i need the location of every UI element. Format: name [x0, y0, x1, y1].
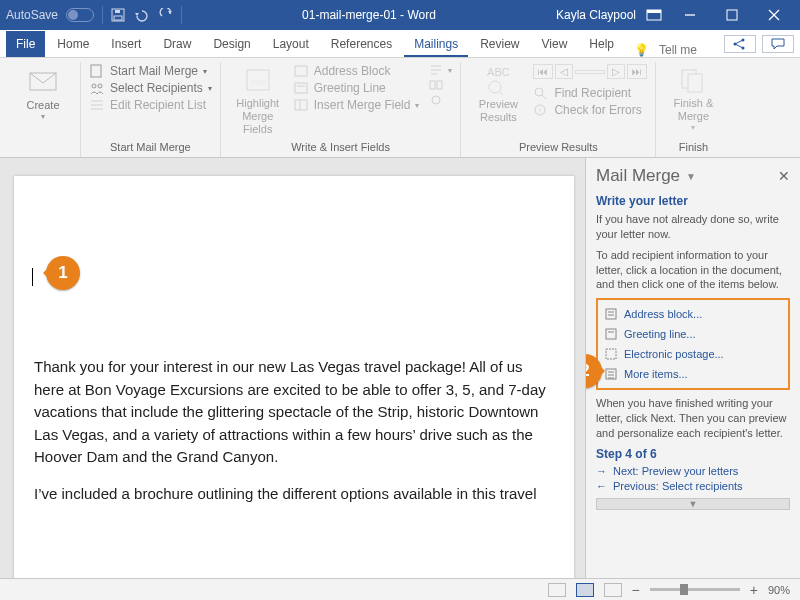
magnify-icon — [485, 79, 511, 95]
paragraph-1[interactable]: Thank you for your interest in our new L… — [34, 356, 554, 469]
svg-text:!: ! — [539, 106, 541, 115]
pane-intro-1: If you have not already done so, write y… — [596, 212, 790, 242]
svg-rect-26 — [430, 81, 435, 89]
svg-rect-42 — [606, 349, 616, 359]
match-fields-button[interactable] — [429, 79, 452, 91]
autosave-label: AutoSave — [6, 8, 58, 22]
preview-results-button[interactable]: ABC Preview Results — [469, 62, 527, 125]
arrow-left-icon: ← — [596, 480, 607, 492]
tab-file[interactable]: File — [6, 31, 45, 57]
search-icon — [533, 86, 549, 100]
list-icon — [89, 98, 105, 112]
paragraph-2[interactable]: I’ve included a brochure outlining the d… — [34, 483, 554, 506]
redo-icon[interactable] — [159, 8, 173, 22]
title-bar: AutoSave 01-mail-merge-01 - Word Kayla C… — [0, 0, 800, 30]
undo-icon[interactable] — [133, 8, 151, 22]
rules-button[interactable]: ▾ — [429, 64, 452, 76]
greeting-line-button[interactable]: Greeting Line — [293, 81, 420, 95]
tell-me-search[interactable]: Tell me — [659, 43, 697, 57]
address-block-button[interactable]: Address Block — [293, 64, 420, 78]
tab-draw[interactable]: Draw — [153, 31, 201, 57]
tab-references[interactable]: References — [321, 31, 402, 57]
field-icon — [293, 98, 309, 112]
comments-button[interactable] — [762, 35, 794, 53]
group-finish: Finish & Merge ▾ Finish — [656, 62, 730, 157]
pane-title: Mail Merge▼ — [596, 166, 790, 186]
maximize-button[interactable] — [712, 0, 752, 30]
document-page[interactable]: 1 Thank you for your interest in our new… — [14, 176, 574, 578]
group-label: Preview Results — [469, 139, 647, 157]
postage-icon — [604, 347, 618, 361]
tab-insert[interactable]: Insert — [101, 31, 151, 57]
zoom-slider[interactable] — [650, 588, 740, 591]
pane-item-more-items[interactable]: More items... — [602, 364, 784, 384]
pane-menu-icon[interactable]: ▼ — [686, 171, 696, 182]
highlight-merge-fields-button[interactable]: Highlight Merge Fields — [229, 62, 287, 137]
text-cursor — [32, 268, 33, 286]
check-errors-button[interactable]: !Check for Errors — [533, 103, 647, 117]
group-label: Write & Insert Fields — [229, 139, 453, 157]
greeting-icon — [293, 81, 309, 95]
svg-point-15 — [98, 84, 102, 88]
pane-items-highlight: Address block... Greeting line... Electr… — [596, 298, 790, 390]
close-button[interactable] — [754, 0, 794, 30]
envelope-icon — [28, 66, 58, 96]
tab-mailings[interactable]: Mailings — [404, 31, 468, 57]
check-icon: ! — [533, 103, 549, 117]
user-name[interactable]: Kayla Claypool — [556, 8, 636, 22]
greeting-icon — [604, 327, 618, 341]
tab-review[interactable]: Review — [470, 31, 529, 57]
start-mail-merge-button[interactable]: Start Mail Merge▾ — [89, 64, 212, 78]
create-button[interactable]: Create ▾ — [14, 62, 72, 122]
zoom-out-button[interactable]: − — [632, 582, 640, 598]
find-recipient-button[interactable]: Find Recipient — [533, 86, 647, 100]
pane-prev-link[interactable]: ←Previous: Select recipients — [596, 480, 790, 492]
ribbon-display-icon[interactable] — [646, 8, 662, 22]
svg-point-28 — [432, 96, 440, 104]
select-recipients-button[interactable]: Select Recipients▾ — [89, 81, 212, 95]
edit-recipient-list-button[interactable]: Edit Recipient List — [89, 98, 212, 112]
zoom-in-button[interactable]: + — [750, 582, 758, 598]
tab-help[interactable]: Help — [579, 31, 624, 57]
read-mode-icon[interactable] — [548, 583, 566, 597]
pane-item-electronic-postage[interactable]: Electronic postage... — [602, 344, 784, 364]
tab-view[interactable]: View — [532, 31, 578, 57]
pane-item-address-block[interactable]: Address block... — [602, 304, 784, 324]
tellme-icon[interactable]: 💡 — [634, 43, 649, 57]
pane-intro-2: To add recipient information to your let… — [596, 248, 790, 293]
ribbon: Create ▾ Start Mail Merge▾ Select Recipi… — [0, 58, 800, 158]
update-labels-button[interactable] — [429, 94, 452, 106]
group-label: Start Mail Merge — [89, 139, 212, 157]
svg-point-14 — [92, 84, 96, 88]
svg-point-11 — [734, 43, 737, 46]
group-label: Finish — [664, 139, 722, 157]
pane-expand-bar[interactable]: ▼ — [596, 498, 790, 510]
svg-rect-21 — [295, 66, 307, 76]
svg-rect-40 — [606, 329, 616, 339]
pane-next-link[interactable]: →Next: Preview your letters — [596, 465, 790, 477]
insert-merge-field-button[interactable]: Insert Merge Field▾ — [293, 98, 420, 112]
svg-point-31 — [535, 88, 543, 96]
autosave-toggle[interactable] — [66, 8, 94, 22]
record-nav[interactable]: ⏮◁▷⏭ — [533, 64, 647, 79]
web-layout-icon[interactable] — [604, 583, 622, 597]
share-button[interactable] — [724, 35, 756, 53]
tab-home[interactable]: Home — [47, 31, 99, 57]
ribbon-tabs: File Home Insert Draw Design Layout Refe… — [0, 30, 800, 58]
document-body[interactable]: Thank you for your interest in our new L… — [34, 356, 554, 505]
address-icon — [604, 307, 618, 321]
pane-close-button[interactable]: ✕ — [778, 168, 790, 184]
svg-rect-20 — [250, 80, 266, 85]
minimize-button[interactable] — [670, 0, 710, 30]
finish-merge-button[interactable]: Finish & Merge ▾ — [664, 62, 722, 133]
group-write-insert: Highlight Merge Fields Address Block Gre… — [221, 62, 462, 157]
window-title: 01-mail-merge-01 - Word — [182, 8, 556, 22]
svg-rect-6 — [727, 10, 737, 20]
zoom-level[interactable]: 90% — [768, 584, 790, 596]
save-icon[interactable] — [111, 8, 125, 22]
print-layout-icon[interactable] — [576, 583, 594, 597]
tab-design[interactable]: Design — [203, 31, 260, 57]
tab-layout[interactable]: Layout — [263, 31, 319, 57]
svg-point-10 — [742, 47, 745, 50]
pane-item-greeting-line[interactable]: Greeting line... — [602, 324, 784, 344]
